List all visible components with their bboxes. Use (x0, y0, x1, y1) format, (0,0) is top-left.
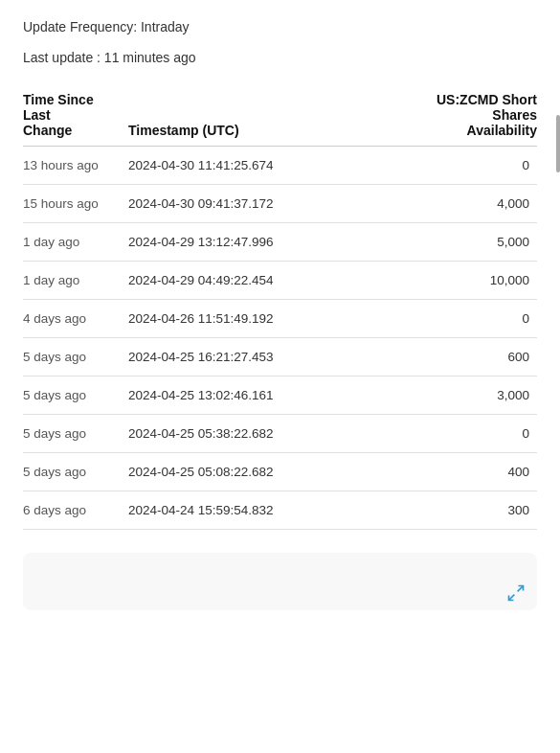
table-row: 5 days ago2024-04-25 16:21:27.453600 (23, 338, 537, 376)
cell-time-since: 4 days ago (23, 300, 128, 338)
scrollbar[interactable] (556, 115, 560, 172)
page-container: Update Frequency: Intraday Last update :… (0, 0, 560, 753)
cell-time-since: 1 day ago (23, 262, 128, 300)
svg-line-1 (509, 595, 515, 601)
table-row: 13 hours ago2024-04-30 11:41:25.6740 (23, 147, 537, 185)
expand-icon[interactable] (506, 583, 526, 603)
cell-timestamp: 2024-04-26 11:51:49.192 (128, 300, 320, 338)
cell-time-since: 5 days ago (23, 453, 128, 491)
table-row: 4 days ago2024-04-26 11:51:49.1920 (23, 300, 537, 338)
table-row: 1 day ago2024-04-29 13:12:47.9965,000 (23, 223, 537, 262)
svg-line-0 (518, 586, 524, 592)
cell-timestamp: 2024-04-30 11:41:25.674 (128, 147, 320, 185)
cell-availability: 5,000 (320, 223, 537, 262)
col-header-timestamp: Timestamp (UTC) (128, 84, 320, 147)
cell-availability: 10,000 (320, 262, 537, 300)
update-frequency-label: Update Frequency: Intraday (23, 19, 537, 34)
cell-timestamp: 2024-04-30 09:41:37.172 (128, 185, 320, 223)
cell-time-since: 5 days ago (23, 338, 128, 376)
table-row: 1 day ago2024-04-29 04:49:22.45410,000 (23, 262, 537, 300)
cell-timestamp: 2024-04-25 05:38:22.682 (128, 415, 320, 453)
cell-time-since: 13 hours ago (23, 147, 128, 185)
cell-availability: 300 (320, 491, 537, 530)
col-header-time: Time SinceLastChange (23, 84, 128, 147)
table-row: 6 days ago2024-04-24 15:59:54.832300 (23, 491, 537, 530)
data-table: Time SinceLastChange Timestamp (UTC) US:… (23, 84, 537, 530)
cell-availability: 0 (320, 415, 537, 453)
bottom-section (23, 553, 537, 610)
col-header-availability: US:ZCMD ShortSharesAvailability (320, 84, 537, 147)
cell-availability: 400 (320, 453, 537, 491)
table-row: 5 days ago2024-04-25 05:08:22.682400 (23, 453, 537, 491)
cell-timestamp: 2024-04-29 13:12:47.996 (128, 223, 320, 262)
cell-time-since: 6 days ago (23, 491, 128, 530)
cell-availability: 0 (320, 300, 537, 338)
cell-timestamp: 2024-04-24 15:59:54.832 (128, 491, 320, 530)
cell-timestamp: 2024-04-29 04:49:22.454 (128, 262, 320, 300)
table-row: 15 hours ago2024-04-30 09:41:37.1724,000 (23, 185, 537, 223)
table-row: 5 days ago2024-04-25 13:02:46.1613,000 (23, 376, 537, 415)
table-row: 5 days ago2024-04-25 05:38:22.6820 (23, 415, 537, 453)
cell-time-since: 1 day ago (23, 223, 128, 262)
cell-availability: 600 (320, 338, 537, 376)
table-header-row: Time SinceLastChange Timestamp (UTC) US:… (23, 84, 537, 147)
cell-time-since: 15 hours ago (23, 185, 128, 223)
last-update-label: Last update : 11 minutes ago (23, 50, 537, 65)
cell-time-since: 5 days ago (23, 376, 128, 415)
cell-timestamp: 2024-04-25 16:21:27.453 (128, 338, 320, 376)
cell-availability: 3,000 (320, 376, 537, 415)
cell-timestamp: 2024-04-25 05:08:22.682 (128, 453, 320, 491)
cell-timestamp: 2024-04-25 13:02:46.161 (128, 376, 320, 415)
cell-time-since: 5 days ago (23, 415, 128, 453)
cell-availability: 0 (320, 147, 537, 185)
cell-availability: 4,000 (320, 185, 537, 223)
